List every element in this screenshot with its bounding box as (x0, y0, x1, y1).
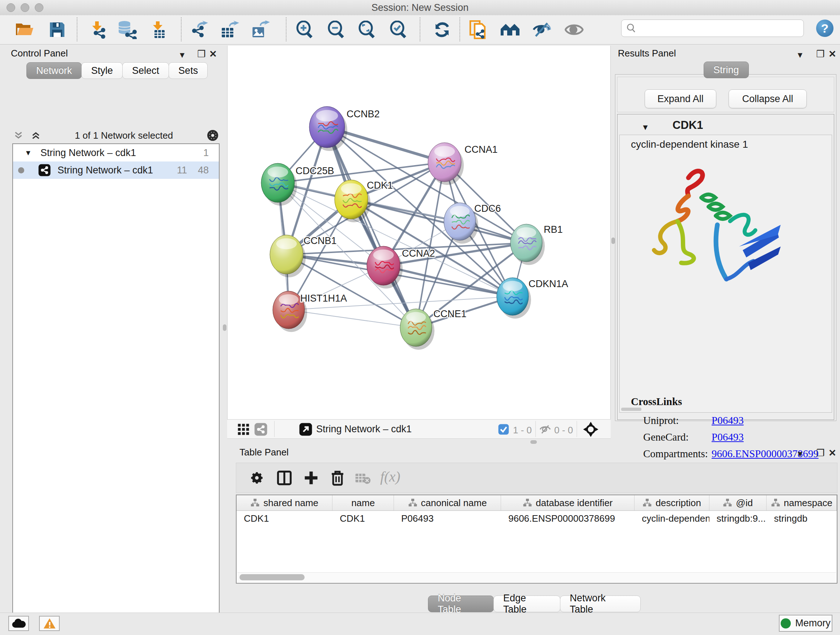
hide-selected-icon[interactable] (531, 20, 552, 39)
open-in-window-icon[interactable] (299, 423, 313, 436)
cloud-button[interactable] (8, 616, 29, 631)
column-header-database-identifier[interactable]: database identifier (501, 495, 635, 510)
add-column-icon[interactable] (303, 470, 319, 486)
panel-menu-icon[interactable]: ▾ (180, 50, 185, 59)
import-network-icon[interactable] (88, 20, 108, 39)
cell-canonical-name[interactable]: P06493 (394, 511, 501, 527)
tab-select[interactable]: Select (122, 62, 169, 79)
column-header-namespace[interactable]: namespace (767, 495, 837, 510)
node-table[interactable]: shared namenamecanonical namedatabase id… (236, 494, 837, 584)
fit-selected-crosshair-icon[interactable] (583, 422, 598, 437)
export-image-icon[interactable] (251, 20, 271, 39)
panel-menu-icon[interactable]: ▾ (798, 50, 802, 59)
network-node-CCNE1[interactable]: CCNE1 (400, 309, 467, 350)
zoom-selected-icon[interactable] (388, 20, 409, 39)
tab-sets[interactable]: Sets (169, 62, 208, 79)
column-header-@id[interactable]: @id (709, 495, 767, 510)
network-node-CCNA1[interactable]: CCNA1 (428, 143, 498, 185)
import-table-icon[interactable] (148, 20, 169, 39)
column-header-description[interactable]: description (635, 495, 709, 510)
table-hscrollbar[interactable] (237, 572, 836, 582)
tab-node-table[interactable]: Node Table (428, 595, 494, 612)
export-table-icon[interactable] (220, 20, 240, 39)
cell-database-identifier[interactable]: 9606.ENSP00000378699 (501, 511, 635, 527)
splitter-handle[interactable] (223, 325, 226, 331)
search-input[interactable] (637, 22, 794, 35)
network-node-CDKN1A[interactable]: CDKN1A (497, 278, 568, 318)
hidden-eye-icon[interactable] (539, 424, 551, 435)
export-network-icon[interactable] (190, 20, 210, 39)
zoom-fit-icon[interactable] (357, 20, 377, 39)
string-network-graph[interactable]: CCNB2CCNA1CDC25BCDK1CDC6RB1CCNB1CCNA2CDK… (227, 46, 610, 418)
warning-button[interactable] (39, 616, 60, 631)
network-node-CCNB2[interactable]: CCNB2 (309, 106, 380, 151)
help-icon[interactable]: ? (816, 19, 834, 37)
crosslink-row: Uniprot:P06493 (643, 415, 824, 426)
control-panel: Control Panel ▾ ❒ ✕ NetworkStyleSelectSe… (4, 46, 224, 613)
tab-network-table[interactable]: Network Table (560, 595, 641, 612)
cell-namespace[interactable]: stringdb (767, 511, 837, 527)
table-settings-gear-icon[interactable] (249, 470, 264, 486)
main-toolbar: ? (0, 15, 840, 44)
column-header-canonical-name[interactable]: canonical name (394, 495, 501, 510)
save-session-icon[interactable] (47, 20, 67, 39)
column-header-name[interactable]: name (332, 495, 394, 510)
show-columns-icon[interactable] (277, 470, 292, 486)
show-all-icon[interactable] (564, 20, 584, 39)
close-panel-icon[interactable]: ✕ (829, 49, 836, 59)
tab-network[interactable]: Network (27, 62, 82, 79)
crosslink-link[interactable]: P06493 (712, 415, 744, 426)
float-panel-icon[interactable]: ❒ (197, 49, 205, 59)
zoom-out-icon[interactable] (326, 20, 346, 39)
network-share-icon[interactable] (254, 423, 268, 436)
search-box[interactable] (621, 19, 804, 37)
refresh-icon[interactable] (432, 20, 452, 39)
delete-column-icon[interactable] (330, 470, 346, 486)
network-node-CDC25B[interactable]: CDC25B (261, 163, 334, 206)
collapse-all-icon[interactable] (12, 129, 25, 141)
float-panel-icon[interactable]: ❒ (816, 448, 824, 458)
zoom-in-icon[interactable] (294, 20, 315, 39)
open-file-icon[interactable] (14, 20, 35, 39)
network-node-CCNB1[interactable]: CCNB1 (270, 235, 337, 277)
expand-all-icon[interactable] (30, 129, 42, 141)
tab-edge-table[interactable]: Edge Table (493, 595, 561, 612)
grid-view-icon[interactable] (237, 423, 249, 435)
tab-string[interactable]: String (704, 62, 749, 78)
table-row[interactable]: CDK1CDK1P064939606.ENSP00000378699cyclin… (237, 511, 837, 527)
scrollbar-thumb[interactable] (240, 574, 305, 580)
expand-all-button[interactable]: Expand All (645, 89, 716, 108)
network-collection-row[interactable]: ▼ String Network – cdk1 1 (13, 144, 219, 162)
network-node-CDK1[interactable]: CDK1 (335, 180, 393, 222)
cell-@id[interactable]: stringdb:9... (709, 511, 767, 527)
gear-icon[interactable] (206, 128, 219, 142)
splitter-handle[interactable] (611, 238, 615, 244)
network-node-RB1[interactable]: RB1 (510, 224, 563, 265)
status-bar: Memory (0, 613, 840, 635)
panel-menu-icon[interactable]: ▾ (798, 449, 802, 458)
crosslink-link[interactable]: P06493 (712, 431, 744, 443)
network-canvas[interactable]: CCNB2CCNA1CDC25BCDK1CDC6RB1CCNB1CCNA2CDK… (227, 46, 611, 419)
close-panel-icon[interactable]: ✕ (209, 49, 217, 59)
float-panel-icon[interactable]: ❒ (816, 49, 824, 59)
network-node-CCNA2[interactable]: CCNA2 (367, 246, 435, 288)
tab-style[interactable]: Style (81, 62, 123, 79)
memory-button[interactable]: Memory (779, 615, 832, 632)
selected-checkbox-icon[interactable] (498, 424, 509, 435)
cell-shared-name[interactable]: CDK1 (237, 511, 332, 527)
import-network-database-icon[interactable] (117, 20, 137, 39)
duplicate-network-icon[interactable] (468, 20, 488, 39)
network-node-HIST1H1A[interactable]: HIST1H1A (273, 291, 347, 332)
cell-description[interactable]: cyclin-dependent ... (635, 511, 709, 527)
collection-expander-icon[interactable]: ▼ (25, 149, 32, 157)
first-neighbors-icon[interactable] (500, 20, 520, 39)
close-panel-icon[interactable]: ✕ (829, 448, 836, 458)
splitter-handle[interactable] (531, 440, 537, 444)
gene-expander-icon[interactable]: ▼ (641, 123, 649, 132)
collapse-all-button[interactable]: Collapse All (729, 89, 807, 108)
column-header-shared-name[interactable]: shared name (237, 495, 332, 510)
title-bar: Session: New Session (0, 0, 840, 16)
results-hscrollbar[interactable] (621, 408, 641, 411)
cell-name[interactable]: CDK1 (332, 511, 394, 527)
network-row[interactable]: String Network – cdk1 11 48 (13, 162, 219, 179)
